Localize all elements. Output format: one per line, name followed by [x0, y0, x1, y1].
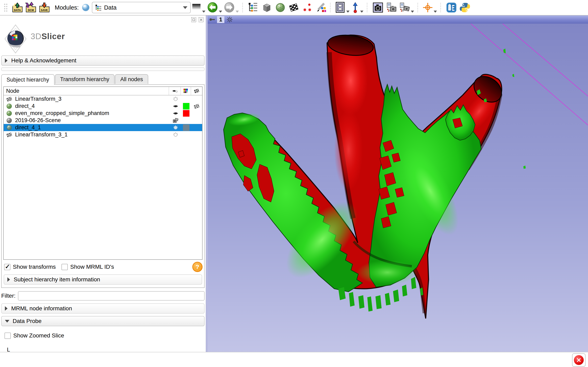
- view-label: 1: [217, 16, 224, 23]
- filter-label: Filter:: [1, 292, 16, 299]
- forward-button[interactable]: [224, 1, 239, 14]
- scene-view-capture-icon: [386, 2, 397, 13]
- slicer-logo-icon: [3, 24, 28, 54]
- scene-view-icon-cell[interactable]: [170, 118, 181, 123]
- scene-view-capture-button[interactable]: [385, 1, 397, 14]
- import-dicom-button[interactable]: DCM: [25, 1, 37, 14]
- annotations-module-button[interactable]: [315, 1, 327, 14]
- collapsed-strip: [1, 67, 205, 71]
- volumes-icon: [261, 2, 272, 13]
- table-row-selected[interactable]: direct_4_1: [4, 124, 202, 131]
- module-search-icon[interactable]: [82, 3, 90, 12]
- toolbar-grip[interactable]: [4, 3, 9, 12]
- extensions-manager-button[interactable]: [445, 1, 457, 14]
- threed-view[interactable]: 1: [208, 16, 588, 352]
- tab-transform-hierarchy[interactable]: Transform hierarchy: [55, 74, 115, 84]
- chevron-down-icon: [202, 11, 205, 13]
- node-label: 2019-06-26-Scene: [15, 117, 61, 124]
- mrml-node-information-section[interactable]: MRML node information: [1, 303, 205, 314]
- close-panel-icon[interactable]: [199, 17, 204, 22]
- transforms-module-button[interactable]: [288, 1, 300, 14]
- item-information-section[interactable]: Subject hierarchy item information: [4, 275, 202, 285]
- help-button[interactable]: ?: [192, 262, 203, 272]
- data-probe-section[interactable]: Data Probe: [1, 316, 205, 326]
- layout-selector-button[interactable]: [335, 1, 350, 14]
- scene-view-restore-button[interactable]: [399, 1, 414, 14]
- show-mrml-ids-checkbox[interactable]: ✓: [61, 264, 68, 270]
- color-swatch[interactable]: [183, 124, 190, 131]
- save-icon: SAVE: [38, 2, 50, 13]
- view-controller-gear-icon[interactable]: [226, 16, 233, 23]
- help-section-label: Help & Acknowledgement: [11, 57, 76, 64]
- mouse-mode-button[interactable]: [351, 1, 363, 14]
- visibility-toggle[interactable]: [170, 104, 181, 108]
- models-module-button[interactable]: [274, 1, 286, 14]
- help-acknowledgement-section[interactable]: Help & Acknowledgement: [1, 55, 205, 66]
- back-button[interactable]: [207, 1, 222, 14]
- layout-icon: [335, 2, 346, 13]
- color-swatch[interactable]: [183, 103, 190, 109]
- visibility-toggle[interactable]: [170, 132, 181, 137]
- model-node-icon: [6, 125, 12, 131]
- visibility-on-icon: [173, 104, 178, 108]
- svg-text:DCM: DCM: [28, 8, 34, 12]
- module-selector[interactable]: Data: [92, 2, 191, 13]
- color-palette-icon: [183, 89, 188, 93]
- scene-camera-icon: [173, 118, 178, 123]
- filter-input[interactable]: [18, 291, 205, 300]
- table-row[interactable]: 2019-06-26-Scene: [4, 117, 202, 124]
- item-information-label: Subject hierarchy item information: [14, 276, 100, 283]
- model-node-icon: [6, 110, 12, 117]
- save-button[interactable]: SAVE: [38, 1, 50, 14]
- chevron-down-icon: [411, 11, 414, 13]
- pin-icon[interactable]: [209, 17, 215, 22]
- show-zoomed-slice-checkbox[interactable]: ✓: [4, 333, 11, 339]
- load-data-button[interactable]: DATA: [11, 1, 23, 14]
- table-row[interactable]: LinearTransform_3: [4, 95, 202, 103]
- data-probe-label: Data Probe: [13, 318, 42, 324]
- float-panel-icon[interactable]: [191, 17, 196, 22]
- subject-hierarchy-module-button[interactable]: [247, 1, 259, 14]
- table-row[interactable]: LinearTransform_3_1: [4, 131, 202, 138]
- threed-render-canvas[interactable]: [208, 24, 588, 352]
- visibility-toggle[interactable]: [170, 125, 181, 130]
- markups-icon: [302, 2, 312, 13]
- volumes-module-button[interactable]: [261, 1, 273, 14]
- visibility-column-header[interactable]: [169, 87, 181, 95]
- collapsed-arrow-icon: [7, 277, 10, 282]
- show-transforms-checkbox[interactable]: ✓: [4, 264, 10, 270]
- node-label: LinearTransform_3_1: [15, 132, 68, 138]
- annotations-icon: [315, 2, 326, 13]
- screenshot-button[interactable]: [372, 1, 384, 14]
- subject-hierarchy-icon: [248, 2, 259, 13]
- color-swatch[interactable]: [183, 110, 190, 117]
- transform-column-header[interactable]: [191, 87, 202, 95]
- toolbar-separator: [367, 3, 369, 12]
- visibility-toggle[interactable]: [170, 111, 181, 115]
- markups-module-button[interactable]: [301, 1, 313, 14]
- module-panel: 3DSlicer Help & Acknowledgement Subject …: [0, 16, 206, 352]
- subject-hierarchy-tree[interactable]: Node: [3, 86, 203, 260]
- module-selector-value: Data: [104, 4, 183, 11]
- tree-header[interactable]: Node: [4, 87, 202, 95]
- color-column-header[interactable]: [181, 87, 191, 95]
- node-column-header[interactable]: Node: [6, 88, 169, 94]
- table-row[interactable]: even_more_cropped_simple_phantom: [4, 110, 202, 117]
- visibility-toggle[interactable]: [170, 96, 181, 102]
- tab-subject-hierarchy[interactable]: Subject hierarchy: [1, 74, 54, 85]
- modules-label: Modules:: [55, 4, 79, 11]
- python-console-icon: [459, 2, 470, 13]
- table-row[interactable]: direct_4: [4, 103, 202, 110]
- error-log-button[interactable]: ✕: [572, 353, 586, 367]
- tab-all-nodes[interactable]: All nodes: [115, 74, 148, 84]
- crosshair-button[interactable]: [423, 1, 437, 14]
- module-history-button[interactable]: [191, 1, 205, 14]
- transform-applied-icon[interactable]: [194, 103, 199, 109]
- toolbar-separator: [417, 3, 419, 12]
- chevron-down-icon: [346, 11, 350, 13]
- chevron-down-icon: [219, 11, 222, 13]
- python-console-button[interactable]: [459, 1, 471, 14]
- threed-view-controller-bar[interactable]: 1: [208, 16, 588, 24]
- show-zoomed-slice-label: Show Zoomed Slice: [13, 332, 64, 339]
- main-toolbar: DATA DCM SAVE Modules: Data: [0, 0, 588, 16]
